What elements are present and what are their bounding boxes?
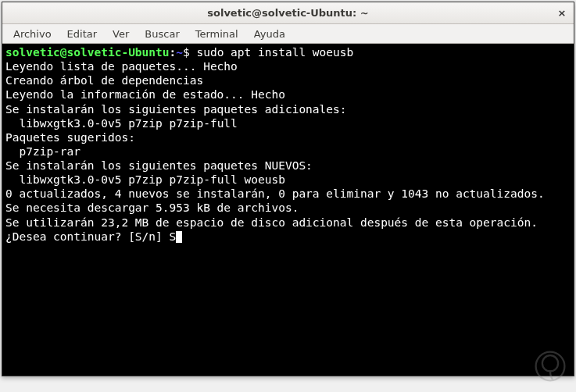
prompt-line: solvetic@solvetic-Ubuntu:~$ sudo apt ins… [5,45,571,59]
output-line: Paquetes sugeridos: [5,130,571,144]
output-line: 0 actualizados, 4 nuevos se instalarán, … [5,187,571,201]
menu-archivo[interactable]: Archivo [5,26,59,42]
output-line: Creando árbol de dependencias [5,73,571,87]
svg-point-1 [542,355,558,371]
output-line: Se necesita descargar 5.953 kB de archiv… [5,201,571,215]
confirm-question: ¿Desea continuar? [S/n] [5,230,170,243]
titlebar: solvetic@solvetic-Ubuntu: ~ × [2,2,574,24]
menu-buscar[interactable]: Buscar [137,26,187,42]
confirm-line: ¿Desea continuar? [S/n] S [5,230,571,244]
watermark-icon [532,348,568,384]
menubar: Archivo Editar Ver Buscar Terminal Ayuda [2,24,574,44]
output-line: Se instalarán los siguientes paquetes NU… [5,159,571,173]
menu-ayuda[interactable]: Ayuda [246,26,293,42]
menu-ver[interactable]: Ver [105,26,137,42]
terminal-window: solvetic@solvetic-Ubuntu: ~ × Archivo Ed… [2,2,574,376]
output-line: libwxgtk3.0-0v5 p7zip p7zip-full [5,116,571,130]
window-title: solvetic@solvetic-Ubuntu: ~ [207,7,368,19]
menu-terminal[interactable]: Terminal [188,26,246,42]
confirm-answer: S [170,230,177,243]
output-line: Leyendo la información de estado... Hech… [5,87,571,102]
output-line: p7zip-rar [5,144,571,159]
prompt-dollar: $ [183,46,190,59]
prompt-sep: : [170,46,177,59]
command-text: sudo apt install woeusb [196,46,353,59]
close-icon[interactable]: × [555,6,569,20]
output-line: Se instalarán los siguientes paquetes ad… [5,102,571,116]
menu-editar[interactable]: Editar [59,26,106,42]
prompt-userhost: solvetic@solvetic-Ubuntu [5,46,170,59]
output-line: Leyendo lista de paquetes... Hecho [5,59,571,73]
output-line: libwxgtk3.0-0v5 p7zip p7zip-full woeusb [5,173,571,187]
output-line: Se utilizarán 23,2 MB de espacio de disc… [5,216,571,230]
terminal-output[interactable]: solvetic@solvetic-Ubuntu:~$ sudo apt ins… [2,44,574,376]
prompt-path: ~ [176,46,183,59]
cursor-icon [176,231,182,243]
